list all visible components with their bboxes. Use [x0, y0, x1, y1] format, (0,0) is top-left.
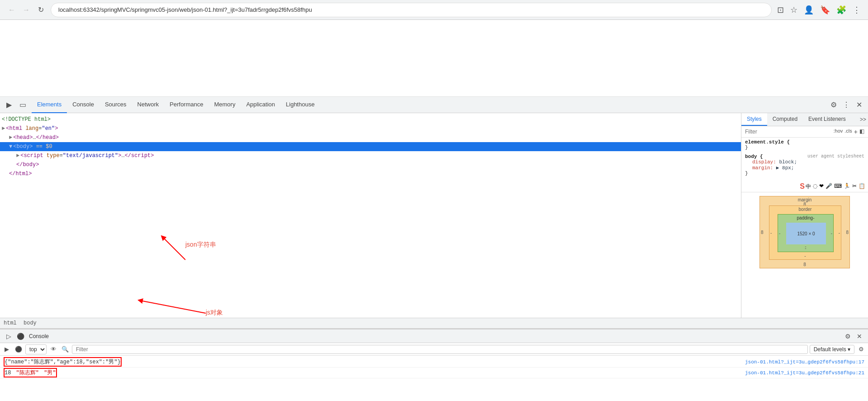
inspect-element-button[interactable]: ▶ — [4, 100, 14, 110]
tab-computed[interactable]: Computed — [767, 113, 803, 126]
breadcrumb-html[interactable]: html — [4, 320, 17, 326]
tag-body-close: </body> — [16, 161, 39, 169]
close-devtools-button[interactable]: ✕ — [854, 100, 864, 110]
settings-button[interactable]: ⚙ — [828, 100, 839, 110]
styles-content: element.style { } body { user agent styl… — [741, 138, 868, 181]
ime-heart-icon[interactable]: ❤ — [818, 182, 825, 191]
tab-elements[interactable]: Elements — [32, 97, 67, 113]
jsobj-str1: "陈志辉" — [16, 370, 39, 376]
tag-html-close-tag: </html> — [9, 170, 32, 178]
bookmark-icon[interactable]: 🔖 — [818, 3, 832, 17]
back-button[interactable]: ← — [5, 4, 18, 16]
console-title[interactable]: Console — [25, 333, 52, 339]
console-line-1-source[interactable]: json-01.html?_ijt=3u…gdep2f6fvs58fhpu:17 — [745, 359, 864, 365]
tab-console[interactable]: Console — [67, 97, 99, 113]
content-minus-below: - — [805, 244, 806, 249]
expand-body-arrow[interactable]: ▼ — [9, 143, 12, 151]
cls-filter-button[interactable]: .cls — [844, 128, 852, 135]
margin-value-right: 8 — [846, 230, 849, 235]
css-selector-body: body { — [745, 154, 763, 159]
console-context-select[interactable]: top — [25, 344, 47, 354]
dom-head[interactable]: ►<head>…</head> — [0, 133, 741, 142]
devtools-right-actions: ⚙ ⋮ ✕ — [828, 100, 864, 110]
border-box: border - - - - padding- - - - — [769, 205, 841, 260]
tab-lighthouse[interactable]: Lighthouse — [280, 97, 320, 113]
new-rule-button[interactable]: ◧ — [859, 128, 864, 135]
tab-network[interactable]: Network — [132, 97, 165, 113]
console-line-2-source[interactable]: json-01.html?_ijt=3u…gdep2f6fvs58fhpu:21 — [745, 370, 864, 376]
expand-head-arrow[interactable]: ► — [9, 134, 12, 142]
device-toolbar-button[interactable]: ▭ — [17, 100, 28, 110]
dom-body[interactable]: ▼<body> == $0 — [0, 142, 741, 151]
default-levels-button[interactable]: Default levels ▾ — [810, 345, 854, 354]
page-content — [0, 20, 868, 97]
more-tools-button[interactable]: ⋮ — [841, 100, 852, 110]
console-clear-log-button[interactable]: ⚫ — [14, 344, 24, 354]
console-block-button[interactable]: ⚫ — [15, 331, 25, 341]
extension-icon[interactable]: 🧩 — [835, 3, 848, 17]
padding-box: padding- - - - - 1520 × 0 — [778, 214, 834, 252]
star-icon[interactable]: ☆ — [788, 3, 799, 17]
tag-body-open: <body> — [13, 143, 33, 151]
console-settings-gear[interactable]: ⚙ — [856, 344, 866, 354]
console-panel: ▷ ⚫ Console ⚙ ✕ ▶ ⚫ top 👁 🔍 Default leve… — [0, 329, 868, 401]
ime-keyboard-icon[interactable]: ⌨ — [833, 182, 843, 191]
dom-script[interactable]: ►<script type="text/javascript">…</scrip… — [0, 151, 741, 160]
ime-zh-icon[interactable]: 中 — [805, 182, 812, 191]
padding-dash-left: - — [779, 231, 780, 236]
console-settings-button[interactable]: ⚙ — [843, 331, 853, 341]
tab-memory[interactable]: Memory — [209, 97, 241, 113]
tag-head-close: </head> — [36, 134, 59, 142]
tab-event-listeners[interactable]: Event Listeners — [803, 113, 851, 126]
box-model-container: margin 8 8 8 8 border - - - - — [741, 192, 868, 272]
devtools-body: ▶ ▭ Elements Console Sources Network Per… — [0, 97, 868, 401]
breadcrumb-sep-1 — [19, 320, 22, 326]
address-bar[interactable]: localhost:63342/springMVC/springmvc05-js… — [51, 3, 772, 17]
console-search-button[interactable]: 🔍 — [60, 344, 70, 354]
console-eye-button[interactable]: 👁 — [48, 344, 58, 354]
content-box: 1520 × 0 — [786, 223, 826, 244]
console-right-buttons: ⚙ — [856, 344, 866, 354]
reload-button[interactable]: ↻ — [34, 4, 47, 16]
breadcrumb-body[interactable]: body — [24, 320, 37, 326]
ime-clipboard-icon[interactable]: 📋 — [858, 182, 866, 191]
ime-scissors-icon[interactable]: ✂ — [851, 182, 858, 191]
ime-mic-icon[interactable]: 🎤 — [825, 182, 833, 191]
add-style-button[interactable]: + — [854, 128, 858, 135]
devtools-tabs: Elements Console Sources Network Perform… — [32, 97, 828, 113]
css-comment-ua: user agent stylesheet — [807, 154, 864, 159]
tab-application[interactable]: Application — [241, 97, 281, 113]
profile-icon[interactable]: 👤 — [802, 3, 816, 17]
tag-script-open: <script — [20, 152, 43, 160]
css-rule-closing-1: } — [745, 145, 864, 150]
expand-html-arrow[interactable]: ► — [2, 124, 5, 133]
ime-toolbar: S 中 ◌ ❤ 🎤 ⌨ 🏃 ✂ 📋 — [741, 181, 868, 192]
margin-value-left: 8 — [761, 230, 764, 235]
console-clear-button[interactable]: ▷ — [4, 331, 14, 341]
translate-icon[interactable]: ⊡ — [775, 3, 786, 17]
console-output: {"name":"陈志辉","age":18,"sex":"男"} json-0… — [0, 356, 868, 401]
console-log-level-button[interactable]: ▶ — [2, 344, 12, 354]
tab-styles[interactable]: Styles — [741, 113, 767, 126]
console-close-button[interactable]: ✕ — [854, 331, 864, 341]
menu-icon[interactable]: ⋮ — [851, 3, 863, 17]
expand-script-arrow[interactable]: ► — [16, 152, 19, 160]
attr-type-value: "text/javascript" — [63, 152, 118, 160]
ime-s-icon[interactable]: S — [800, 182, 805, 191]
tab-performance[interactable]: Performance — [164, 97, 208, 113]
css-prop-display-value: block; — [779, 159, 797, 165]
css-prop-margin-value: ▶ 8px; — [776, 165, 794, 171]
console-filter-bar: ▶ ⚫ top 👁 🔍 Default levels ▾ ⚙ — [0, 343, 868, 356]
forward-button[interactable]: → — [20, 4, 33, 16]
attr-lang-name: lang — [25, 124, 38, 133]
json-output-box: {"name":"陈志辉","age":18,"sex":"男"} — [4, 357, 122, 367]
hov-filter-button[interactable]: :hov — [834, 128, 843, 135]
tab-sources[interactable]: Sources — [99, 97, 132, 113]
border-dash-left: - — [770, 230, 772, 235]
ime-run-icon[interactable]: 🏃 — [843, 182, 851, 191]
ime-dot-icon[interactable]: ◌ — [812, 182, 818, 191]
console-filter-input[interactable] — [72, 345, 808, 354]
dom-html[interactable]: ►<html lang="en"> — [0, 124, 741, 133]
expand-styles-icon[interactable]: >> — [860, 116, 866, 123]
styles-filter-input[interactable] — [745, 129, 832, 135]
